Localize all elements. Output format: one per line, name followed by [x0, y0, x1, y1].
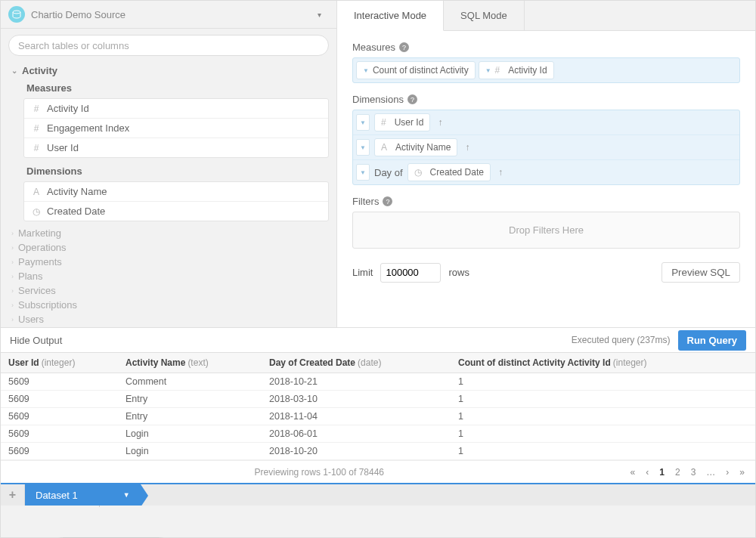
table-row: 5609Comment2018-10-211 [1, 373, 755, 391]
type-icon: # [30, 123, 42, 134]
type-icon: A [30, 187, 42, 197]
svg-point-0 [13, 11, 20, 14]
preview-sql-button[interactable]: Preview SQL [662, 262, 740, 283]
filters-label: Filters ? [352, 196, 740, 207]
page-link[interactable]: › [724, 467, 730, 478]
page-link[interactable]: 2 [674, 467, 682, 478]
table-row: 5609Login2018-06-011 [1, 425, 755, 443]
chevron-down-icon[interactable]: ▼ [356, 164, 370, 181]
dimensions-heading: Dimensions [8, 162, 329, 180]
chevron-right-icon: › [11, 230, 14, 237]
table-users[interactable]: ›Users [11, 312, 329, 326]
sort-asc-icon[interactable]: ↑ [435, 117, 445, 128]
chevron-right-icon: › [11, 244, 14, 252]
column-header[interactable]: User Id (integer) [8, 357, 125, 368]
dimension-pill[interactable]: ◷Created Date [407, 163, 491, 181]
chevron-down-icon: ⌄ [11, 66, 17, 75]
tab-sql-mode[interactable]: SQL Mode [444, 1, 525, 30]
table-operations[interactable]: ›Operations [11, 240, 329, 255]
dimension-row[interactable]: ▼#User Id↑ [353, 110, 739, 135]
results-table-body: 5609Comment2018-10-2115609Entry2018-03-1… [1, 373, 755, 460]
type-icon: A [381, 142, 387, 153]
column-header[interactable]: Day of Created Date (date) [269, 357, 458, 368]
table-row: 5609Login2018-10-201 [1, 443, 755, 460]
table-plans[interactable]: ›Plans [11, 269, 329, 283]
table-marketing[interactable]: ›Marketing [11, 226, 329, 240]
type-icon: # [30, 104, 42, 114]
pagination: «‹123…›» [629, 467, 746, 478]
chevron-right-icon: › [11, 273, 14, 280]
field-item[interactable]: #Activity Id [24, 99, 328, 119]
help-icon[interactable]: ? [399, 42, 409, 52]
page-link[interactable]: ‹ [644, 467, 650, 478]
type-icon: ◷ [414, 167, 422, 178]
page-link[interactable]: 1 [658, 467, 666, 478]
page-link[interactable]: » [738, 467, 746, 478]
dimensions-label: Dimensions ? [352, 94, 740, 105]
measures-drop-zone[interactable]: ▼Count of distinct Activity▼#Activity Id [352, 57, 740, 83]
chevron-down-icon: ▾ [318, 11, 329, 19]
chevron-down-icon[interactable]: ▼ [356, 139, 370, 156]
source-icon [8, 6, 25, 23]
chevron-right-icon: › [11, 287, 14, 295]
page-link[interactable]: « [629, 467, 637, 478]
chevron-right-icon: › [11, 258, 14, 266]
measure-pill[interactable]: ▼#Activity Id [479, 61, 554, 79]
dimension-pill[interactable]: AActivity Name [374, 138, 457, 156]
measures-heading: Measures [8, 79, 329, 97]
dimension-pill[interactable]: #User Id [374, 113, 430, 131]
execution-info: Executed query (237ms) [572, 335, 671, 345]
source-name: Chartio Demo Source [31, 9, 318, 20]
chevron-down-icon[interactable]: ▼ [356, 114, 370, 131]
schema-sidebar: Chartio Demo Source ▾ ⌄ Activity Measure… [1, 1, 337, 327]
table-subscriptions[interactable]: ›Subscriptions [11, 298, 329, 312]
dimensions-drop-zone[interactable]: ▼#User Id↑▼AActivity Name↑▼Day of◷Create… [352, 110, 740, 185]
results-table-header: User Id (integer)Activity Name (text)Day… [1, 353, 755, 373]
measures-label: Measures ? [352, 42, 740, 53]
source-selector[interactable]: Chartio Demo Source ▾ [1, 1, 336, 29]
chevron-right-icon: › [11, 316, 14, 323]
field-item[interactable]: #Engagement Index [24, 119, 328, 138]
field-item[interactable]: ◷Created Date [24, 202, 328, 221]
column-header[interactable]: Count of distinct Activity Activity Id (… [458, 357, 748, 368]
run-query-button[interactable]: Run Query [678, 330, 746, 351]
tab-interactive-mode[interactable]: Interactive Mode [337, 1, 444, 31]
table-activity[interactable]: ⌄ Activity [8, 62, 329, 79]
measure-pill[interactable]: ▼Count of distinct Activity [356, 61, 476, 79]
field-item[interactable]: #User Id [24, 138, 328, 157]
help-icon[interactable]: ? [407, 94, 417, 104]
sort-asc-icon[interactable]: ↑ [495, 167, 506, 178]
page-link[interactable]: 3 [689, 467, 698, 478]
chevron-down-icon: ▼ [485, 67, 491, 74]
preview-summary: Previewing rows 1-100 of 78446 [10, 467, 629, 478]
limit-input[interactable] [380, 263, 441, 283]
dimension-row[interactable]: ▼AActivity Name↑ [353, 135, 739, 160]
column-header[interactable]: Activity Name (text) [125, 357, 269, 368]
plus-icon: + [9, 488, 16, 502]
type-icon: ◷ [30, 206, 42, 217]
chevron-right-icon: › [11, 301, 14, 309]
type-icon: # [495, 65, 500, 76]
table-payments[interactable]: ›Payments [11, 255, 329, 269]
dimension-row[interactable]: ▼Day of◷Created Date↑ [353, 160, 739, 184]
sort-asc-icon[interactable]: ↑ [462, 142, 472, 153]
type-icon: # [381, 117, 386, 128]
type-icon: # [30, 143, 42, 153]
filters-drop-zone[interactable]: Drop Filters Here [352, 212, 740, 249]
hide-output-toggle[interactable]: Hide Output [10, 335, 62, 346]
dataset-tab[interactable]: Dataset 1 ▼ [25, 484, 141, 506]
rows-label: rows [448, 267, 469, 278]
mode-tabs: Interactive Mode SQL Mode [337, 1, 755, 31]
field-item[interactable]: AActivity Name [24, 182, 328, 202]
table-services[interactable]: ›Services [11, 283, 329, 298]
add-dataset-button[interactable]: + [1, 484, 25, 506]
chevron-down-icon: ▼ [123, 491, 130, 499]
chevron-down-icon: ▼ [363, 67, 369, 74]
page-link[interactable]: … [705, 467, 717, 478]
pipeline-connector [99, 506, 100, 507]
help-icon[interactable]: ? [383, 196, 392, 206]
search-input[interactable] [8, 35, 329, 56]
table-row: 5609Entry2018-11-041 [1, 408, 755, 425]
limit-label: Limit [352, 267, 373, 278]
table-row: 5609Entry2018-03-101 [1, 391, 755, 408]
